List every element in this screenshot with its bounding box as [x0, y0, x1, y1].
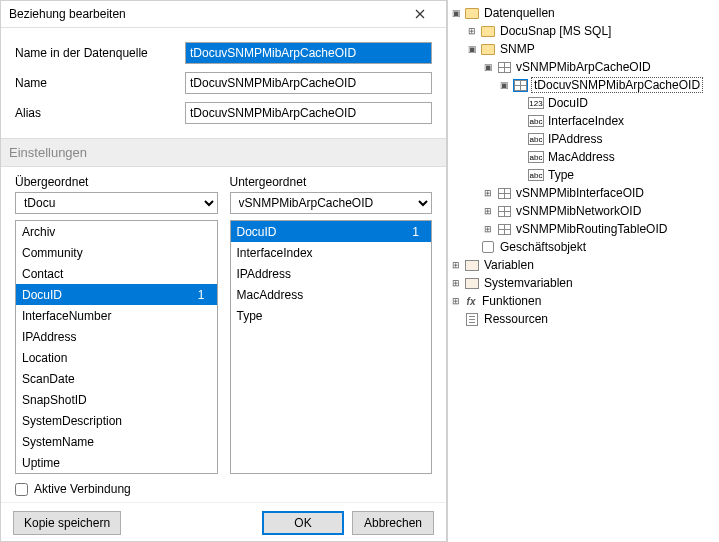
column-icon: abc — [528, 113, 544, 129]
tree-node-col-interfaceindex[interactable]: abcInterfaceIndex — [514, 112, 717, 130]
name-label: Name — [15, 76, 185, 90]
list-item-label: InterfaceIndex — [237, 246, 313, 260]
dialog-edit-relationship: Beziehung bearbeiten Name in der Datenqu… — [0, 0, 447, 542]
list-item[interactable]: Contact — [16, 263, 217, 284]
expand-icon[interactable]: ⊞ — [482, 187, 494, 199]
list-item[interactable]: ScanDate — [16, 368, 217, 389]
expand-icon[interactable]: ⊞ — [450, 295, 462, 307]
list-item-label: Archiv — [22, 225, 55, 239]
table-icon — [496, 221, 512, 237]
folder-icon — [480, 23, 496, 39]
parent-listbox[interactable]: ArchivCommunityContactDocuID1InterfaceNu… — [15, 220, 218, 474]
tree-node-businessobject[interactable]: Geschäftsobjekt — [466, 238, 717, 256]
table-icon — [496, 59, 512, 75]
tree-node-col-mac[interactable]: abcMacAddress — [514, 148, 717, 166]
alias-input[interactable] — [185, 102, 432, 124]
tree-node-routing[interactable]: ⊞vSNMPMibRoutingTableOID — [482, 220, 717, 238]
variable-icon — [464, 257, 480, 273]
list-item-label: Type — [237, 309, 263, 323]
tree-node-col-docuid[interactable]: 123DocuID — [514, 94, 717, 112]
name-input[interactable] — [185, 72, 432, 94]
parent-column: Übergeordnet tDocu ArchivCommunityContac… — [15, 175, 218, 474]
collapse-icon[interactable]: ▣ — [482, 61, 494, 73]
list-item[interactable]: SnapShotID — [16, 389, 217, 410]
list-item[interactable]: IPAddress — [16, 326, 217, 347]
close-icon — [415, 9, 425, 19]
list-item[interactable]: Archiv — [16, 221, 217, 242]
ok-button[interactable]: OK — [262, 511, 344, 535]
expand-icon[interactable]: ⊞ — [450, 277, 462, 289]
list-item[interactable]: InterfaceIndex — [231, 242, 432, 263]
list-item[interactable]: SystemName — [16, 431, 217, 452]
tree-node-col-type[interactable]: abcType — [514, 166, 717, 184]
tree-node-col-ip[interactable]: abcIPAddress — [514, 130, 717, 148]
tree-node-arpcache-relation[interactable]: ▣ tDocuvSNMPMibArpCacheOID — [498, 76, 717, 94]
list-item-label: Contact — [22, 267, 63, 281]
save-copy-button[interactable]: Kopie speichern — [13, 511, 121, 535]
expand-icon[interactable]: ⊞ — [450, 259, 462, 271]
alias-label: Alias — [15, 106, 185, 120]
list-item-index: 1 — [198, 288, 211, 302]
table-icon — [496, 185, 512, 201]
column-icon: abc — [528, 149, 544, 165]
database-icon — [464, 5, 480, 21]
collapse-icon[interactable]: ▣ — [466, 43, 478, 55]
expand-icon[interactable]: ⊞ — [466, 25, 478, 37]
tree-node-network[interactable]: ⊞vSNMPMibNetworkOID — [482, 202, 717, 220]
active-connection-row: Aktive Verbindung — [15, 482, 432, 496]
column-icon: 123 — [528, 95, 544, 111]
tree-node-arpcache[interactable]: ▣ vSNMPMibArpCacheOID — [482, 58, 717, 76]
table-icon — [496, 203, 512, 219]
tree-node-datasources[interactable]: ▣ Datenquellen — [450, 4, 717, 22]
cancel-button[interactable]: Abbrechen — [352, 511, 434, 535]
function-icon: fx — [464, 293, 478, 309]
list-item[interactable]: Community — [16, 242, 217, 263]
list-item[interactable]: SystemDescription — [16, 410, 217, 431]
settings-header: Einstellungen — [1, 138, 446, 167]
collapse-icon[interactable]: ▣ — [450, 7, 462, 19]
active-connection-checkbox[interactable] — [15, 483, 28, 496]
tree-node-docusnap[interactable]: ⊞ DocuSnap [MS SQL] — [466, 22, 717, 40]
title-bar: Beziehung bearbeiten — [1, 1, 446, 28]
list-item[interactable]: IPAddress — [231, 263, 432, 284]
list-item-label: IPAddress — [22, 330, 76, 344]
dialog-title: Beziehung bearbeiten — [9, 7, 402, 21]
tree-node-interface[interactable]: ⊞vSNMPMibInterfaceOID — [482, 184, 717, 202]
expand-icon[interactable]: ⊞ — [482, 223, 494, 235]
child-listbox[interactable]: DocuID1InterfaceIndexIPAddressMacAddress… — [230, 220, 433, 474]
tree-node-variables[interactable]: ⊞Variablen — [450, 256, 717, 274]
list-item-label: SnapShotID — [22, 393, 87, 407]
list-item[interactable]: DocuID1 — [16, 284, 217, 305]
column-icon: abc — [528, 131, 544, 147]
list-item-label: InterfaceNumber — [22, 309, 111, 323]
child-column: Untergeordnet vSNMPMibArpCacheOID DocuID… — [230, 175, 433, 474]
tree-node-functions[interactable]: ⊞fxFunktionen — [450, 292, 717, 310]
list-item-label: IPAddress — [237, 267, 291, 281]
parent-select[interactable]: tDocu — [15, 192, 218, 214]
tree-node-snmp[interactable]: ▣ SNMP — [466, 40, 717, 58]
collapse-icon[interactable]: ▣ — [498, 79, 510, 91]
tree-node-resources[interactable]: Ressourcen — [450, 310, 717, 328]
list-item[interactable]: Location — [16, 347, 217, 368]
list-item[interactable]: Type — [231, 305, 432, 326]
tree-panel: ▣ Datenquellen ⊞ DocuSnap [MS SQL] ▣ — [447, 0, 719, 542]
datasource-name-label: Name in der Datenquelle — [15, 46, 185, 60]
button-bar: Kopie speichern OK Abbrechen — [1, 502, 446, 542]
resource-icon — [464, 311, 480, 327]
list-item[interactable]: Uptime — [16, 452, 217, 473]
list-item[interactable]: DocuID1 — [231, 221, 432, 242]
list-item[interactable]: MacAddress — [231, 284, 432, 305]
list-item-label: ScanDate — [22, 372, 75, 386]
close-button[interactable] — [402, 1, 438, 27]
list-item[interactable]: InterfaceNumber — [16, 305, 217, 326]
dialog-content: Name in der Datenquelle Name Alias Einst… — [1, 28, 446, 502]
child-label: Untergeordnet — [230, 175, 433, 189]
table-icon — [512, 77, 528, 93]
list-item-label: DocuID — [22, 288, 62, 302]
folder-icon — [480, 41, 496, 57]
tree-node-sysvariables[interactable]: ⊞Systemvariablen — [450, 274, 717, 292]
datasource-name-input[interactable] — [185, 42, 432, 64]
child-select[interactable]: vSNMPMibArpCacheOID — [230, 192, 433, 214]
list-item-label: SystemName — [22, 435, 94, 449]
expand-icon[interactable]: ⊞ — [482, 205, 494, 217]
